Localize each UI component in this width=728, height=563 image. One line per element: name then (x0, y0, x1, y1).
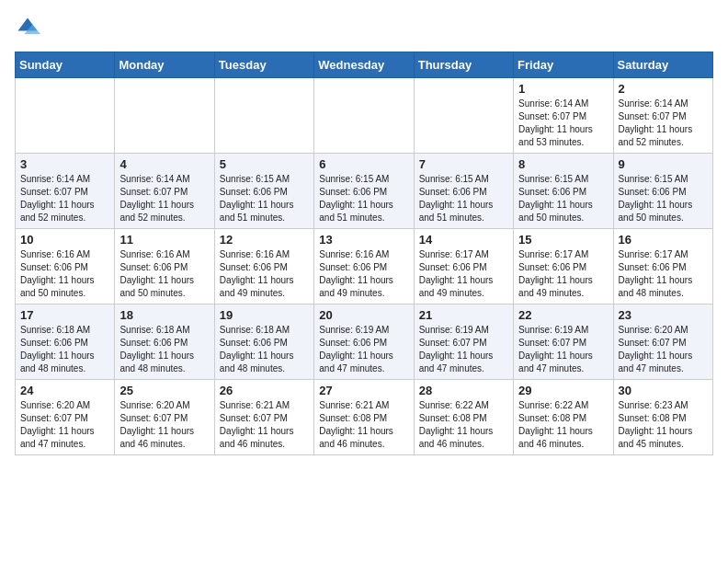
calendar-day-cell: 1Sunrise: 6:14 AMSunset: 6:07 PMDaylight… (514, 78, 613, 154)
day-info: Sunrise: 6:18 AMSunset: 6:06 PMDaylight:… (20, 324, 109, 375)
day-info: Sunrise: 6:15 AMSunset: 6:06 PMDaylight:… (419, 173, 508, 224)
calendar-day-cell: 6Sunrise: 6:15 AMSunset: 6:06 PMDaylight… (314, 154, 414, 229)
day-info: Sunrise: 6:16 AMSunset: 6:06 PMDaylight:… (220, 248, 309, 300)
weekday-header-saturday: Saturday (613, 52, 712, 78)
logo-icon (15, 15, 40, 40)
day-info: Sunrise: 6:20 AMSunset: 6:07 PMDaylight:… (119, 399, 209, 451)
weekday-header-row: SundayMondayTuesdayWednesdayThursdayFrid… (16, 52, 713, 78)
day-number: 26 (220, 384, 309, 397)
day-info: Sunrise: 6:18 AMSunset: 6:06 PMDaylight:… (119, 324, 209, 375)
day-number: 20 (319, 308, 408, 322)
day-info: Sunrise: 6:14 AMSunset: 6:07 PMDaylight:… (119, 173, 209, 224)
day-info: Sunrise: 6:17 AMSunset: 6:06 PMDaylight:… (518, 248, 608, 300)
day-info: Sunrise: 6:23 AMSunset: 6:08 PMDaylight:… (619, 399, 708, 451)
day-number: 27 (319, 384, 408, 397)
day-info: Sunrise: 6:14 AMSunset: 6:07 PMDaylight:… (518, 98, 608, 149)
page-header (15, 15, 713, 40)
day-number: 3 (20, 157, 109, 171)
day-info: Sunrise: 6:18 AMSunset: 6:06 PMDaylight:… (220, 324, 309, 375)
calendar-day-cell: 17Sunrise: 6:18 AMSunset: 6:06 PMDayligh… (16, 304, 115, 380)
calendar-day-cell: 19Sunrise: 6:18 AMSunset: 6:06 PMDayligh… (214, 304, 313, 380)
day-info: Sunrise: 6:22 AMSunset: 6:08 PMDaylight:… (518, 399, 608, 451)
calendar-day-cell: 16Sunrise: 6:17 AMSunset: 6:06 PMDayligh… (613, 229, 712, 304)
day-number: 29 (518, 384, 608, 397)
day-number: 16 (619, 233, 708, 247)
calendar-day-cell: 22Sunrise: 6:19 AMSunset: 6:07 PMDayligh… (514, 304, 613, 380)
empty-cell (414, 78, 513, 154)
day-info: Sunrise: 6:19 AMSunset: 6:07 PMDaylight:… (419, 324, 508, 375)
day-number: 12 (220, 233, 309, 247)
empty-cell (115, 78, 214, 154)
day-info: Sunrise: 6:16 AMSunset: 6:06 PMDaylight:… (319, 248, 408, 300)
day-info: Sunrise: 6:15 AMSunset: 6:06 PMDaylight:… (220, 173, 309, 224)
weekday-header-tuesday: Tuesday (214, 52, 313, 78)
calendar-week-row: 24Sunrise: 6:20 AMSunset: 6:07 PMDayligh… (16, 380, 713, 455)
calendar-day-cell: 8Sunrise: 6:15 AMSunset: 6:06 PMDaylight… (514, 154, 613, 229)
calendar-week-row: 17Sunrise: 6:18 AMSunset: 6:06 PMDayligh… (16, 304, 713, 380)
calendar-day-cell: 15Sunrise: 6:17 AMSunset: 6:06 PMDayligh… (514, 229, 613, 304)
day-number: 7 (419, 157, 508, 171)
day-info: Sunrise: 6:16 AMSunset: 6:06 PMDaylight:… (119, 248, 209, 300)
calendar-day-cell: 10Sunrise: 6:16 AMSunset: 6:06 PMDayligh… (16, 229, 115, 304)
calendar-day-cell: 12Sunrise: 6:16 AMSunset: 6:06 PMDayligh… (214, 229, 313, 304)
calendar-day-cell: 18Sunrise: 6:18 AMSunset: 6:06 PMDayligh… (115, 304, 214, 380)
calendar-day-cell: 9Sunrise: 6:15 AMSunset: 6:06 PMDaylight… (613, 154, 712, 229)
calendar-day-cell: 29Sunrise: 6:22 AMSunset: 6:08 PMDayligh… (514, 380, 613, 455)
day-info: Sunrise: 6:21 AMSunset: 6:07 PMDaylight:… (220, 399, 309, 451)
calendar-day-cell: 26Sunrise: 6:21 AMSunset: 6:07 PMDayligh… (214, 380, 313, 455)
day-info: Sunrise: 6:17 AMSunset: 6:06 PMDaylight:… (419, 248, 508, 300)
day-info: Sunrise: 6:21 AMSunset: 6:08 PMDaylight:… (319, 399, 408, 451)
empty-cell (314, 78, 414, 154)
calendar-day-cell: 4Sunrise: 6:14 AMSunset: 6:07 PMDaylight… (115, 154, 214, 229)
weekday-header-friday: Friday (514, 52, 613, 78)
day-number: 25 (119, 384, 209, 397)
weekday-header-sunday: Sunday (16, 52, 115, 78)
day-number: 18 (119, 308, 209, 322)
calendar-day-cell: 11Sunrise: 6:16 AMSunset: 6:06 PMDayligh… (115, 229, 214, 304)
day-number: 8 (518, 157, 608, 171)
empty-cell (214, 78, 313, 154)
day-info: Sunrise: 6:14 AMSunset: 6:07 PMDaylight:… (619, 98, 708, 149)
calendar-day-cell: 7Sunrise: 6:15 AMSunset: 6:06 PMDaylight… (414, 154, 513, 229)
day-number: 19 (220, 308, 309, 322)
weekday-header-monday: Monday (115, 52, 214, 78)
calendar-day-cell: 3Sunrise: 6:14 AMSunset: 6:07 PMDaylight… (16, 154, 115, 229)
day-number: 17 (20, 308, 109, 322)
day-info: Sunrise: 6:15 AMSunset: 6:06 PMDaylight:… (518, 173, 608, 224)
calendar-day-cell: 28Sunrise: 6:22 AMSunset: 6:08 PMDayligh… (414, 380, 513, 455)
logo (15, 15, 44, 40)
day-info: Sunrise: 6:15 AMSunset: 6:06 PMDaylight:… (319, 173, 408, 224)
day-info: Sunrise: 6:22 AMSunset: 6:08 PMDaylight:… (419, 399, 508, 451)
weekday-header-wednesday: Wednesday (314, 52, 414, 78)
calendar-day-cell: 13Sunrise: 6:16 AMSunset: 6:06 PMDayligh… (314, 229, 414, 304)
day-number: 4 (119, 157, 209, 171)
calendar-day-cell: 30Sunrise: 6:23 AMSunset: 6:08 PMDayligh… (613, 380, 712, 455)
calendar-day-cell: 20Sunrise: 6:19 AMSunset: 6:06 PMDayligh… (314, 304, 414, 380)
calendar-day-cell: 2Sunrise: 6:14 AMSunset: 6:07 PMDaylight… (613, 78, 712, 154)
day-info: Sunrise: 6:15 AMSunset: 6:06 PMDaylight:… (619, 173, 708, 224)
day-number: 6 (319, 157, 408, 171)
calendar-day-cell: 23Sunrise: 6:20 AMSunset: 6:07 PMDayligh… (613, 304, 712, 380)
day-info: Sunrise: 6:16 AMSunset: 6:06 PMDaylight:… (20, 248, 109, 300)
day-info: Sunrise: 6:17 AMSunset: 6:06 PMDaylight:… (619, 248, 708, 300)
calendar-day-cell: 27Sunrise: 6:21 AMSunset: 6:08 PMDayligh… (314, 380, 414, 455)
day-number: 15 (518, 233, 608, 247)
day-number: 1 (518, 82, 608, 96)
calendar-day-cell: 25Sunrise: 6:20 AMSunset: 6:07 PMDayligh… (115, 380, 214, 455)
calendar-table: SundayMondayTuesdayWednesdayThursdayFrid… (15, 52, 713, 455)
day-number: 9 (619, 157, 708, 171)
day-info: Sunrise: 6:19 AMSunset: 6:07 PMDaylight:… (518, 324, 608, 375)
calendar-week-row: 1Sunrise: 6:14 AMSunset: 6:07 PMDaylight… (16, 78, 713, 154)
calendar-day-cell: 5Sunrise: 6:15 AMSunset: 6:06 PMDaylight… (214, 154, 313, 229)
calendar-day-cell: 24Sunrise: 6:20 AMSunset: 6:07 PMDayligh… (16, 380, 115, 455)
day-info: Sunrise: 6:14 AMSunset: 6:07 PMDaylight:… (20, 173, 109, 224)
day-number: 2 (619, 82, 708, 96)
day-number: 22 (518, 308, 608, 322)
calendar-day-cell: 14Sunrise: 6:17 AMSunset: 6:06 PMDayligh… (414, 229, 513, 304)
weekday-header-thursday: Thursday (414, 52, 513, 78)
day-info: Sunrise: 6:20 AMSunset: 6:07 PMDaylight:… (619, 324, 708, 375)
day-number: 14 (419, 233, 508, 247)
day-number: 24 (20, 384, 109, 397)
day-number: 28 (419, 384, 508, 397)
day-number: 11 (119, 233, 209, 247)
